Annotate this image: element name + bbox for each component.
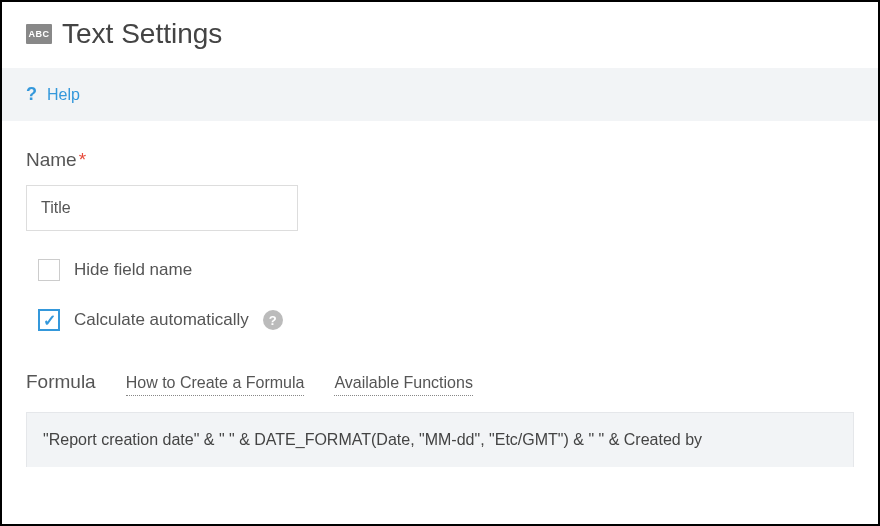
help-bar[interactable]: ? Help bbox=[2, 68, 878, 121]
formula-section: Formula How to Create a Formula Availabl… bbox=[26, 371, 854, 467]
available-functions-link[interactable]: Available Functions bbox=[334, 374, 472, 396]
help-icon: ? bbox=[26, 84, 37, 105]
hide-field-checkbox[interactable] bbox=[38, 259, 60, 281]
calc-auto-label: Calculate automatically bbox=[74, 310, 249, 330]
page-title: Text Settings bbox=[62, 18, 222, 50]
formula-label: Formula bbox=[26, 371, 96, 393]
calc-auto-row: ✓ Calculate automatically ? bbox=[38, 309, 854, 331]
formula-input[interactable]: "Report creation date" & " " & DATE_FORM… bbox=[26, 412, 854, 467]
required-asterisk: * bbox=[79, 149, 86, 170]
calc-auto-checkbox[interactable]: ✓ bbox=[38, 309, 60, 331]
name-input[interactable] bbox=[26, 185, 298, 231]
info-icon[interactable]: ? bbox=[263, 310, 283, 330]
content-area: Name* Hide field name ✓ Calculate automa… bbox=[2, 121, 878, 495]
formula-header: Formula How to Create a Formula Availabl… bbox=[26, 371, 854, 396]
how-to-create-link[interactable]: How to Create a Formula bbox=[126, 374, 305, 396]
hide-field-row: Hide field name bbox=[38, 259, 854, 281]
help-link[interactable]: Help bbox=[47, 86, 80, 104]
hide-field-label: Hide field name bbox=[74, 260, 192, 280]
page-header: ABC Text Settings bbox=[2, 2, 878, 68]
checkmark-icon: ✓ bbox=[43, 311, 56, 330]
name-label: Name* bbox=[26, 149, 854, 171]
text-field-icon: ABC bbox=[26, 24, 52, 44]
